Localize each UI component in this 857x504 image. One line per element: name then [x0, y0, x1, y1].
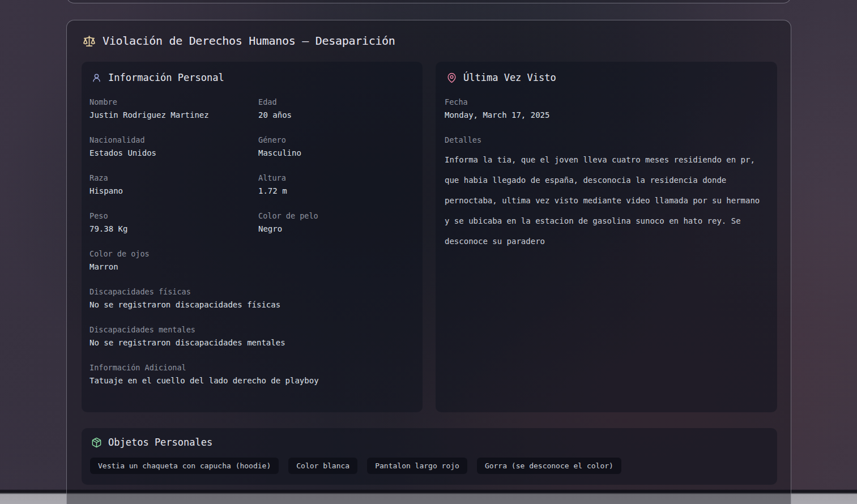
personal-info-panel: Información Personal Nombre Justin Rodri… [82, 62, 423, 412]
previous-card-bottom-edge [66, 0, 791, 3]
field-discapacidades-fisicas: Discapacidades físicas No se registraron… [89, 287, 415, 309]
field-fecha: Fecha Monday, March 17, 2025 [445, 97, 768, 119]
field-nombre: Nombre Justin Rodriguez Martinez [89, 97, 258, 119]
map-pin-icon [446, 72, 457, 83]
field-edad: Edad 20 años [258, 97, 415, 119]
field-color-pelo: Color de pelo Negro [258, 211, 415, 233]
object-chip: Pantalon largo rojo [367, 458, 467, 474]
field-color-ojos: Color de ojos Marron [89, 249, 415, 271]
personal-objects-panel: Objetos Personales Vestia un chaqueta co… [82, 428, 777, 485]
objects-chip-list: Vestia un chaqueta con capucha (hoodie) … [89, 458, 769, 474]
last-seen-title: Última Vez Visto [463, 72, 556, 83]
field-discapacidades-mentales: Discapacidades mentales No se registraro… [89, 325, 415, 347]
object-chip: Color blanca [288, 458, 357, 474]
last-seen-header: Última Vez Visto [445, 72, 768, 83]
object-chip: Vestia un chaqueta con capucha (hoodie) [90, 458, 279, 474]
page-title: Violación de Derechos Humanos – Desapari… [103, 34, 395, 48]
personal-objects-header: Objetos Personales [89, 437, 769, 448]
case-report-card: Violación de Derechos Humanos – Desapari… [66, 20, 791, 504]
field-peso: Peso 79.38 Kg [89, 211, 258, 233]
field-informacion-adicional: Información Adicional Tatuaje en el cuel… [89, 363, 415, 385]
field-genero: Género Masculino [258, 135, 415, 157]
field-detalles: Detalles Informa la tia, que el joven ll… [445, 135, 768, 251]
personal-objects-title: Objetos Personales [108, 437, 212, 448]
object-chip: Gorra (se desconoce el color) [477, 458, 621, 474]
last-seen-panel: Última Vez Visto Fecha Monday, March 17,… [436, 62, 777, 412]
card-header: Violación de Derechos Humanos – Desapari… [83, 34, 395, 48]
personal-info-header: Información Personal [89, 72, 415, 83]
field-nacionalidad: Nacionalidad Estados Unidos [89, 135, 258, 157]
personal-info-fields: Nombre Justin Rodriguez Martinez Edad 20… [89, 97, 415, 385]
package-icon [91, 437, 102, 448]
last-seen-fields: Fecha Monday, March 17, 2025 Detalles In… [445, 97, 768, 251]
field-raza: Raza Hispano [89, 173, 258, 195]
person-icon [91, 72, 102, 83]
scales-of-justice-icon [83, 35, 96, 48]
field-altura: Altura 1.72 m [258, 173, 415, 195]
personal-info-title: Información Personal [108, 72, 224, 83]
details-paragraph: Informa la tia, que el joven lleva cuatr… [445, 150, 768, 251]
